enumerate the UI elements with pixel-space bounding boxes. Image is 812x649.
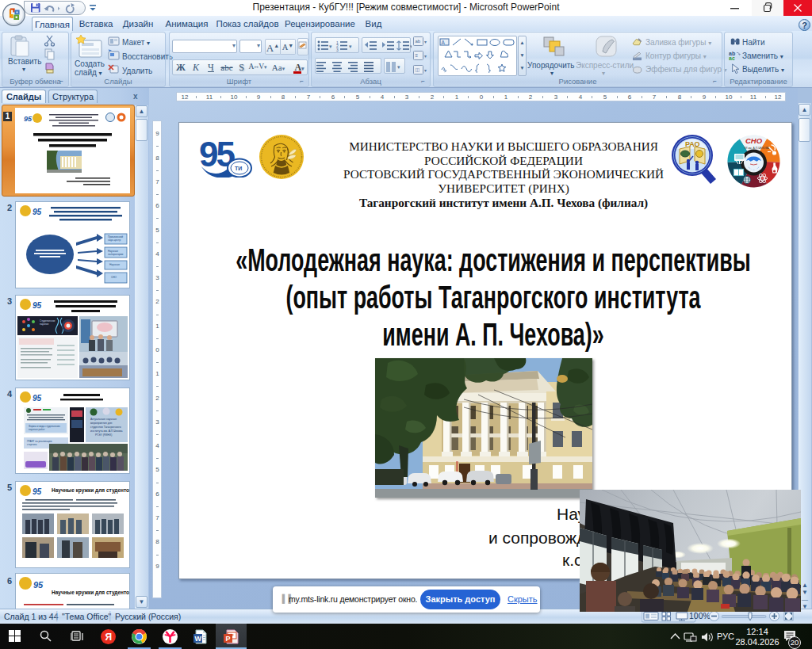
svg-text:▾: ▾ — [424, 54, 427, 59]
svg-text:ТИ им. А.П.ЧЕХОВА: ТИ им. А.П.ЧЕХОВА — [744, 147, 770, 150]
svg-text:95: 95 — [33, 487, 42, 496]
svg-text:◫: ◫ — [416, 67, 420, 72]
svg-text:СНО: СНО — [111, 276, 117, 279]
svg-text:95: 95 — [33, 394, 42, 403]
svg-text:лаборатории: лаборатории — [108, 253, 123, 256]
svg-text:Научные кружки для студентов: Научные кружки для студентов — [52, 590, 129, 596]
svg-text:Научные: Научные — [109, 263, 120, 266]
svg-text:95: 95 — [33, 580, 44, 590]
svg-text:ab: ab — [416, 39, 421, 44]
svg-text:студентов Таганрогского: студентов Таганрогского — [90, 426, 121, 429]
svg-text:95: 95 — [33, 208, 42, 216]
svg-text:института им. А.П.Чехова: института им. А.П.Чехова — [90, 429, 123, 433]
svg-text:СНО: СНО — [745, 136, 763, 145]
svg-text:Актуальные научные: Актуальные научные — [90, 418, 117, 421]
svg-text:95: 95 — [33, 301, 42, 310]
svg-text:мероприятия для: мероприятия для — [90, 422, 113, 425]
svg-text:РГЭУ (РИНХ): РГЭУ (РИНХ) — [95, 433, 112, 437]
svg-text:▾: ▾ — [349, 44, 352, 49]
svg-text:▾: ▾ — [410, 44, 412, 49]
svg-text:науч.центр: науч.центр — [108, 239, 121, 242]
svg-text:≡: ≡ — [416, 53, 419, 58]
svg-text:▾: ▾ — [397, 64, 400, 70]
svg-text:95: 95 — [24, 115, 33, 123]
svg-text:P: P — [226, 635, 231, 643]
svg-text:W: W — [195, 635, 202, 643]
svg-text:▾: ▾ — [329, 44, 332, 49]
svg-text:Я: Я — [105, 632, 113, 643]
svg-text:A: A — [442, 40, 446, 45]
svg-text:научное: научное — [40, 323, 49, 326]
svg-text:▾: ▾ — [424, 40, 427, 44]
svg-text:ac: ac — [729, 55, 735, 60]
svg-text:▾: ▾ — [424, 68, 427, 73]
svg-text:ТИ: ТИ — [235, 166, 242, 171]
svg-text:Научные кружки для студентов: Научные кружки для студентов — [52, 487, 129, 494]
svg-text:3: 3 — [336, 48, 339, 52]
svg-text:стартапа: стартапа — [27, 443, 37, 446]
svg-text:научных работ: научных работ — [29, 428, 45, 431]
